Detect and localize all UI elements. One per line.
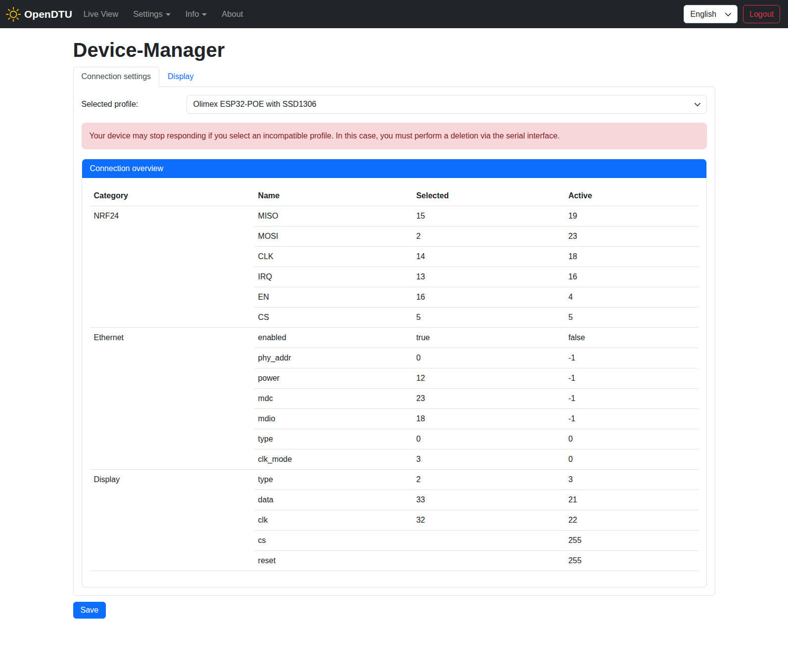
selected-cell: 23 — [412, 388, 564, 408]
name-cell: CS — [254, 307, 413, 327]
category-cell: Ethernet — [90, 327, 254, 469]
logout-button[interactable]: Logout — [743, 5, 780, 23]
language-select-wrap: English — [684, 5, 738, 23]
table-row: Ethernetenabledtruefalse — [90, 327, 698, 348]
top-navbar: OpenDTU Live View Settings Info About En… — [0, 0, 788, 28]
name-cell: type — [254, 429, 413, 449]
profile-select-wrap: Olimex ESP32-POE with SSD1306 — [186, 95, 707, 114]
selected-cell: 15 — [412, 206, 564, 226]
nav-item-live-view[interactable]: Live View — [76, 5, 126, 23]
name-cell: clk_mode — [254, 449, 413, 469]
active-cell: 19 — [564, 206, 698, 226]
name-cell: MOSI — [254, 226, 413, 246]
name-cell: cs — [254, 530, 413, 550]
active-cell: -1 — [564, 368, 698, 388]
selected-cell: 18 — [412, 408, 564, 429]
profile-select-value: Olimex ESP32-POE with SSD1306 — [193, 100, 317, 109]
tab-display[interactable]: Display — [159, 67, 202, 87]
table-body: NRF24MISO1519MOSI223CLK1418IRQ1316EN164C… — [90, 206, 698, 571]
name-cell: data — [254, 490, 413, 510]
selected-cell: 14 — [412, 246, 564, 267]
name-cell: power — [254, 368, 413, 388]
incompatible-profile-warning: Your device may stop responding if you s… — [82, 123, 707, 149]
column-header-active: Active — [564, 186, 698, 206]
table-header-row: Category Name Selected Active — [90, 186, 698, 206]
selected-cell: 16 — [412, 287, 564, 307]
name-cell: phy_addr — [254, 348, 413, 368]
save-button[interactable]: Save — [73, 602, 106, 619]
nav-item-label: Settings — [133, 9, 163, 18]
name-cell: CLK — [254, 246, 413, 267]
main-container: Device-Manager Connection settings Displ… — [73, 38, 715, 619]
language-select-value: English — [691, 10, 716, 19]
active-cell: 18 — [564, 246, 698, 267]
active-cell: 3 — [564, 469, 698, 490]
connection-settings-panel: Selected profile: Olimex ESP32-POE with … — [73, 87, 715, 596]
name-cell: enabled — [254, 327, 413, 348]
active-cell: 0 — [564, 429, 698, 449]
connection-overview-body: Category Name Selected Active NRF24MISO1… — [82, 178, 706, 587]
active-cell: 255 — [564, 550, 698, 571]
selected-cell: 32 — [412, 510, 564, 530]
column-header-name: Name — [254, 186, 413, 206]
name-cell: EN — [254, 287, 413, 307]
active-cell: 21 — [564, 490, 698, 510]
chevron-down-icon — [694, 101, 701, 108]
connection-overview-table: Category Name Selected Active NRF24MISO1… — [90, 186, 698, 571]
active-cell: 22 — [564, 510, 698, 530]
selected-cell: 2 — [412, 469, 564, 490]
nav-item-about[interactable]: About — [214, 5, 250, 23]
name-cell: clk — [254, 510, 413, 530]
nav-item-settings[interactable]: Settings — [126, 5, 178, 23]
name-cell: mdio — [254, 408, 413, 429]
active-cell: false — [564, 327, 698, 348]
tab-bar: Connection settings Display — [73, 67, 715, 87]
nav-item-label: Live View — [84, 9, 118, 18]
active-cell: 5 — [564, 307, 698, 327]
page-title: Device-Manager — [73, 38, 715, 62]
active-cell: 23 — [564, 226, 698, 246]
selected-cell — [412, 530, 564, 550]
name-cell: mdc — [254, 388, 413, 408]
chevron-down-icon — [725, 11, 732, 18]
nav-item-label: Info — [185, 9, 199, 18]
selected-cell: 13 — [412, 267, 564, 287]
nav-links: Live View Settings Info About — [76, 5, 251, 23]
profile-select[interactable]: Olimex ESP32-POE with SSD1306 — [186, 95, 707, 114]
selected-cell: 33 — [412, 490, 564, 510]
selected-cell: 0 — [412, 348, 564, 368]
brand-label: OpenDTU — [24, 8, 72, 20]
connection-overview-header: Connection overview — [82, 159, 706, 178]
nav-item-info[interactable]: Info — [178, 5, 215, 23]
active-cell: 0 — [564, 449, 698, 469]
selected-cell: 5 — [412, 307, 564, 327]
name-cell: reset — [254, 550, 413, 571]
caret-down-icon — [202, 13, 207, 16]
active-cell: 16 — [564, 267, 698, 287]
selected-cell: 12 — [412, 368, 564, 388]
active-cell: -1 — [564, 408, 698, 429]
sun-logo-icon — [6, 7, 21, 22]
caret-down-icon — [166, 13, 171, 16]
selected-cell: true — [412, 327, 564, 348]
nav-item-label: About — [222, 9, 243, 18]
selected-profile-label: Selected profile: — [82, 100, 186, 109]
column-header-category: Category — [90, 186, 254, 206]
active-cell: 4 — [564, 287, 698, 307]
active-cell: -1 — [564, 348, 698, 368]
selected-cell: 2 — [412, 226, 564, 246]
selected-cell: 3 — [412, 449, 564, 469]
name-cell: MISO — [254, 206, 413, 226]
name-cell: IRQ — [254, 267, 413, 287]
table-row: NRF24MISO1519 — [90, 206, 698, 226]
tab-connection-settings[interactable]: Connection settings — [73, 67, 160, 87]
column-header-selected: Selected — [412, 186, 564, 206]
brand[interactable]: OpenDTU — [6, 7, 72, 22]
name-cell: type — [254, 469, 413, 490]
selected-cell — [412, 550, 564, 571]
selected-cell: 0 — [412, 429, 564, 449]
active-cell: -1 — [564, 388, 698, 408]
active-cell: 255 — [564, 530, 698, 550]
connection-overview-card: Connection overview Category Name Select… — [82, 159, 707, 587]
language-select[interactable]: English — [684, 5, 738, 23]
